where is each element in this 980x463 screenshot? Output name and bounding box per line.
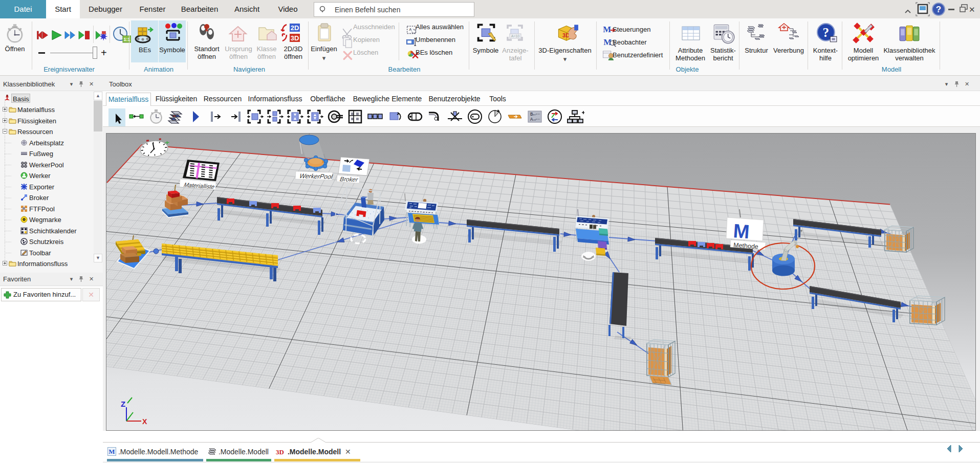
svg-text:B←: B← [530,112,536,117]
svg-text:3D: 3D [562,32,570,38]
svg-text:A: A [409,28,412,32]
svg-text:X: X [142,417,147,426]
svg-text:WerkerPool: WerkerPool [298,172,334,180]
svg-text:M: M [732,220,750,242]
svg-text:2D: 2D [291,24,299,32]
svg-text:?: ? [823,26,830,39]
svg-text:M: M [108,448,115,455]
svg-text:Z: Z [121,400,125,408]
svg-text:A=10: A=10 [511,34,520,38]
svg-text:M: M [603,25,611,34]
svg-text:Broker: Broker [339,175,359,183]
svg-text:A→: A→ [530,117,536,122]
svg-text:3D: 3D [291,34,299,42]
svg-text:3D: 3D [276,448,284,456]
svg-text:?: ? [936,5,941,14]
